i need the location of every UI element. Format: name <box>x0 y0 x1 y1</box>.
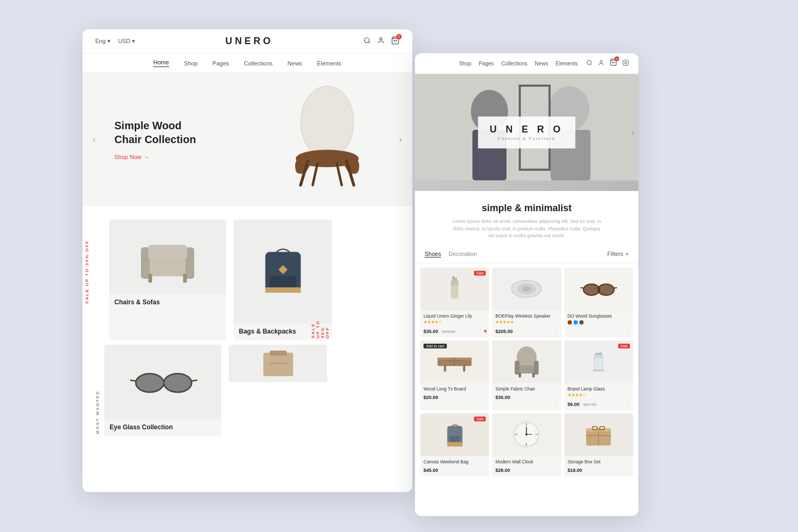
add-to-cart-board[interactable]: Add to cart <box>423 344 447 348</box>
svg-rect-62 <box>444 365 446 371</box>
products-section-left: SALE UP TO 30% OFF Chairs & <box>82 206 412 447</box>
nav-left: Home Shop Pages Collections News Element… <box>82 54 412 73</box>
tab-decoration[interactable]: Decoration <box>448 251 477 257</box>
window-right: Shop Pages Collections News Elements 0 <box>415 53 638 516</box>
wishlist-sunglasses[interactable]: ♡ <box>626 328 631 334</box>
svg-rect-70 <box>534 361 538 375</box>
eyeglass-label: Eye Glass Collection <box>104 419 221 436</box>
nav-collections[interactable]: Collections <box>244 60 273 66</box>
wishlist-lamp[interactable]: ♡ <box>626 401 631 407</box>
fabric-chair-name: Simple Fabric Chair <box>495 386 558 392</box>
product-tile-speaker[interactable]: ♡ BOEPlay Wireless Speaker ★★★★★ $205.00 <box>492 268 561 337</box>
svg-rect-10 <box>146 257 189 276</box>
svg-rect-47 <box>451 280 459 285</box>
product-tile-box[interactable]: Storage Box Set $18.00 <box>564 413 633 476</box>
nav-pages-right[interactable]: Pages <box>479 61 494 66</box>
ginger-lily-price: $35.00 $43.00 <box>423 326 486 335</box>
user-icon-right[interactable] <box>598 59 604 68</box>
product-card-chairs[interactable]: Chairs & Sofas <box>109 220 226 340</box>
minimalist-section: simple & minimalist Lorem ipsum dolor si… <box>415 191 638 245</box>
box-image <box>564 413 633 456</box>
product-tile-fabric-chair[interactable]: ♡ Simple Fabric Chair $35.00 <box>492 340 561 410</box>
svg-rect-63 <box>463 365 466 371</box>
product-tile-clock[interactable]: Modern Wall Clock $28.00 <box>492 413 561 476</box>
svg-point-0 <box>364 38 369 43</box>
products-grid-right: Sale ♥ Liquid Unero Ginger Lily ★★★★☆ $3… <box>415 263 638 480</box>
svg-rect-79 <box>447 442 462 447</box>
wishlist-speaker[interactable]: ♡ <box>554 328 559 334</box>
ginger-lily-name: Liquid Unero Ginger Lily <box>423 313 486 319</box>
color-brown[interactable] <box>568 320 572 325</box>
hero-banner-right: U N E R O Fashion & Furniture › <box>415 74 638 191</box>
product-card-extra[interactable] <box>229 345 327 382</box>
filter-bar: Shoes Decoration Filters + <box>415 245 638 263</box>
svg-rect-13 <box>148 245 187 259</box>
clock-price: $28.00 <box>495 464 558 474</box>
header-right-icons: 0 <box>586 59 629 68</box>
ginger-lily-image: Sale ♥ <box>420 268 489 310</box>
box-name: Storage Box Set <box>568 459 630 464</box>
most-wanted-tag: MOST WANTED <box>93 345 102 436</box>
next-slide-button[interactable]: › <box>393 132 408 147</box>
search-icon[interactable] <box>363 37 371 46</box>
speaker-price: $205.00 <box>495 326 558 335</box>
bag-row3-info: Canvas Weekend Bag $45.00 <box>420 456 489 476</box>
header-icons: 0 <box>363 36 400 47</box>
nav-news-right[interactable]: News <box>535 61 548 66</box>
color-blue[interactable] <box>573 320 578 325</box>
svg-rect-27 <box>263 353 293 376</box>
product-tile-tv-board[interactable]: Add to cart Wood Long Tv Board $20.00 <box>420 340 489 410</box>
sale-badge-lamp: Sale <box>618 344 630 348</box>
nav-home[interactable]: Home <box>153 59 169 67</box>
svg-rect-15 <box>183 274 187 282</box>
bag-row3-price: $45.00 <box>423 464 486 474</box>
language-selector[interactable]: Eng ▾ <box>95 38 111 45</box>
nav-shop[interactable]: Shop <box>184 60 198 66</box>
bag-row3-image: Sale <box>420 413 489 456</box>
product-tile-bag-row3[interactable]: Sale Canvas Weekend Bag $45.00 <box>420 413 489 476</box>
minimalist-description: Lorem ipsum dolor sit amet, consectetur … <box>452 218 601 240</box>
svg-point-32 <box>600 61 602 63</box>
user-icon[interactable] <box>377 37 385 46</box>
hero-next-button-right[interactable]: › <box>631 128 634 137</box>
svg-line-8 <box>313 163 318 185</box>
shop-now-link[interactable]: Shop Now → <box>114 154 210 160</box>
nav-collections-right[interactable]: Collections <box>501 61 527 66</box>
tv-board-image: Add to cart <box>420 340 489 383</box>
svg-point-30 <box>587 61 592 65</box>
tab-shoes[interactable]: Shoes <box>425 251 441 257</box>
fabric-chair-price: $35.00 <box>495 392 558 401</box>
fabric-chair-info: Simple Fabric Chair $35.00 <box>492 383 561 403</box>
search-icon-right[interactable] <box>586 59 593 68</box>
nav-pages[interactable]: Pages <box>212 60 229 66</box>
cart-icon[interactable]: 0 <box>391 36 400 47</box>
product-tile-ginger-lily[interactable]: Sale ♥ Liquid Unero Ginger Lily ★★★★☆ $3… <box>420 268 489 337</box>
svg-rect-34 <box>623 60 628 65</box>
filters-button[interactable]: Filters + <box>608 251 629 257</box>
currency-selector[interactable]: USD ▾ <box>118 38 135 45</box>
svg-rect-69 <box>514 361 519 375</box>
svg-rect-28 <box>270 351 287 356</box>
nav-elements-right[interactable]: Elements <box>555 61 578 66</box>
cart-icon-right[interactable]: 0 <box>610 59 617 68</box>
product-card-eyeglass[interactable]: Eye Glass Collection <box>104 345 221 436</box>
wishlist-fabric-chair[interactable]: ♡ <box>554 401 559 407</box>
nav-shop-right[interactable]: Shop <box>459 61 471 66</box>
svg-rect-48 <box>452 276 455 278</box>
wishlist-ginger[interactable]: ♥ <box>484 328 487 334</box>
product-tile-lamp[interactable]: Sale ♡ Brand Lamp Glass ★★★★☆ $6.00 $27.… <box>564 340 633 410</box>
product-tile-sunglasses[interactable]: ♡ DO Wood Sunglasses <box>564 268 633 337</box>
prev-slide-button[interactable]: ‹ <box>87 132 102 147</box>
instagram-icon-right[interactable] <box>622 59 629 68</box>
minimalist-title: simple & minimalist <box>425 203 629 214</box>
site-logo-left[interactable]: UNERO <box>225 36 273 47</box>
speaker-stars: ★★★★★ <box>495 320 558 325</box>
nav-news[interactable]: News <box>287 60 302 66</box>
svg-point-88 <box>526 434 528 436</box>
svg-rect-76 <box>595 353 602 355</box>
box-info: Storage Box Set $18.00 <box>564 456 633 476</box>
nav-elements[interactable]: Elements <box>317 60 342 66</box>
clock-name: Modern Wall Clock <box>495 459 558 464</box>
color-dark[interactable] <box>579 320 584 325</box>
eyeglass-image <box>104 345 221 419</box>
